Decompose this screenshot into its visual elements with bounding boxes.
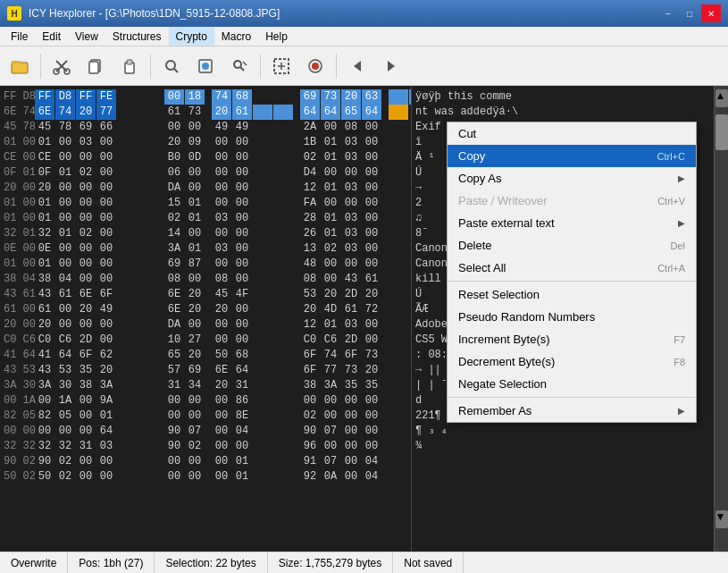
hex-byte[interactable]: DA xyxy=(164,317,184,333)
hex-byte[interactable]: FF xyxy=(35,89,54,105)
hex-byte[interactable] xyxy=(389,469,408,485)
hex-byte[interactable]: 04 xyxy=(232,424,252,439)
context-menu-item-increment-bytes[interactable]: Increment Byte(s)F7 xyxy=(448,328,696,350)
hex-byte[interactable]: 32 xyxy=(35,226,54,241)
hex-byte[interactable]: 05 xyxy=(55,409,75,424)
hex-byte[interactable]: 00 xyxy=(212,257,231,272)
hex-byte[interactable]: 00 xyxy=(76,409,96,424)
hex-byte[interactable] xyxy=(144,181,163,196)
hex-byte[interactable]: 00 xyxy=(232,241,252,257)
hex-byte[interactable]: 61 xyxy=(341,302,361,317)
hex-byte[interactable]: 02 xyxy=(76,226,96,241)
hex-byte[interactable]: 00 xyxy=(76,181,96,196)
hex-byte[interactable]: 2D xyxy=(341,287,361,302)
hex-byte[interactable]: 00 xyxy=(232,226,252,241)
hex-byte[interactable]: 00 xyxy=(232,272,252,287)
hex-byte[interactable]: 00 xyxy=(164,120,184,135)
hex-byte[interactable]: 53 xyxy=(300,287,320,302)
hex-byte[interactable]: 20 xyxy=(76,105,96,120)
hex-byte[interactable] xyxy=(123,241,143,257)
hex-byte[interactable]: 32 xyxy=(35,439,54,454)
hex-byte[interactable]: 00 xyxy=(212,439,231,454)
hex-byte[interactable]: 2D xyxy=(76,333,96,348)
hex-byte[interactable]: 00 xyxy=(232,439,252,454)
hex-byte[interactable]: 01 xyxy=(321,150,340,165)
hex-byte[interactable] xyxy=(253,135,272,150)
hex-byte[interactable] xyxy=(253,302,272,317)
hex-byte[interactable]: 63 xyxy=(362,89,381,105)
hex-byte[interactable]: 27 xyxy=(185,333,205,348)
hex-byte[interactable]: 00 xyxy=(35,393,54,409)
open-file-button[interactable] xyxy=(4,50,36,82)
hex-byte[interactable]: 09 xyxy=(185,135,205,150)
hex-byte[interactable]: 02 xyxy=(300,409,320,424)
hex-byte[interactable]: 86 xyxy=(232,393,252,409)
hex-byte[interactable]: 00 xyxy=(76,196,96,211)
hex-byte[interactable]: 49 xyxy=(212,120,231,135)
menu-file[interactable]: File xyxy=(4,27,35,46)
hex-byte[interactable]: 35 xyxy=(362,378,381,393)
hex-byte[interactable]: 00 xyxy=(212,196,231,211)
hex-byte[interactable]: 00 xyxy=(96,257,116,272)
hex-byte[interactable]: 6F xyxy=(96,287,116,302)
hex-byte[interactable]: 00 xyxy=(55,150,75,165)
hex-byte[interactable]: 20 xyxy=(212,302,231,317)
hex-byte[interactable] xyxy=(253,226,272,241)
hex-byte[interactable] xyxy=(389,393,408,409)
hex-byte[interactable]: 31 xyxy=(76,439,96,454)
hex-byte[interactable]: 61 xyxy=(55,287,75,302)
hex-byte[interactable] xyxy=(144,469,163,485)
context-menu-item-negate-selection[interactable]: Negate Selection xyxy=(448,373,696,395)
hex-byte[interactable]: 07 xyxy=(185,424,205,439)
hex-byte[interactable] xyxy=(144,89,163,105)
hex-byte[interactable]: 00 xyxy=(362,241,381,257)
hex-byte[interactable]: 00 xyxy=(321,257,340,272)
hex-byte[interactable] xyxy=(253,211,272,226)
hex-byte[interactable]: 00 xyxy=(212,150,231,165)
hex-byte[interactable]: 03 xyxy=(212,241,231,257)
hex-byte[interactable]: 00 xyxy=(212,409,231,424)
hex-byte[interactable] xyxy=(144,454,163,469)
hex-byte[interactable]: 72 xyxy=(362,302,381,317)
hex-byte[interactable]: 61 xyxy=(232,105,252,120)
hex-byte[interactable]: 00 xyxy=(232,257,252,272)
hex-byte[interactable]: 00 xyxy=(341,196,361,211)
hex-byte[interactable]: 03 xyxy=(341,241,361,257)
hex-byte[interactable] xyxy=(123,317,143,333)
search-button[interactable] xyxy=(155,50,188,82)
hex-byte[interactable]: 00 xyxy=(96,150,116,165)
hex-byte[interactable]: 3A xyxy=(164,241,184,257)
hex-byte[interactable] xyxy=(253,287,272,302)
hex-byte[interactable] xyxy=(389,211,408,226)
hex-byte[interactable]: 00 xyxy=(300,393,320,409)
hex-byte[interactable] xyxy=(144,348,163,363)
hex-byte[interactable]: D4 xyxy=(300,165,320,181)
hex-byte[interactable] xyxy=(123,333,143,348)
hex-byte[interactable]: 03 xyxy=(341,317,361,333)
hex-byte[interactable]: 13 xyxy=(300,241,320,257)
hex-byte[interactable]: 69 xyxy=(164,257,184,272)
hex-byte[interactable] xyxy=(123,348,143,363)
hex-byte[interactable]: FF xyxy=(76,89,96,105)
hex-byte[interactable]: 00 xyxy=(76,257,96,272)
hex-byte[interactable]: 04 xyxy=(362,469,381,485)
hex-byte[interactable]: 00 xyxy=(76,272,96,287)
hex-byte[interactable]: 07 xyxy=(321,424,340,439)
hex-byte[interactable]: 77 xyxy=(321,363,340,378)
hex-byte[interactable]: 00 xyxy=(362,439,381,454)
hex-byte[interactable]: 04 xyxy=(55,272,75,287)
hex-byte[interactable]: 64 xyxy=(362,105,381,120)
hex-byte[interactable]: 00 xyxy=(96,226,116,241)
hex-byte[interactable]: 45 xyxy=(212,287,231,302)
hex-byte[interactable]: 02 xyxy=(321,241,340,257)
hex-byte[interactable] xyxy=(273,348,293,363)
hex-byte[interactable]: 20 xyxy=(362,287,381,302)
context-menu-item-reset-selection[interactable]: Reset Selection xyxy=(448,283,696,306)
hex-byte[interactable] xyxy=(273,393,293,409)
hex-byte[interactable] xyxy=(389,424,408,439)
hex-byte[interactable]: 01 xyxy=(185,241,205,257)
hex-byte[interactable]: 00 xyxy=(96,211,116,226)
hex-byte[interactable]: 6E xyxy=(76,287,96,302)
hex-byte[interactable] xyxy=(389,241,408,257)
hex-byte[interactable] xyxy=(253,409,272,424)
